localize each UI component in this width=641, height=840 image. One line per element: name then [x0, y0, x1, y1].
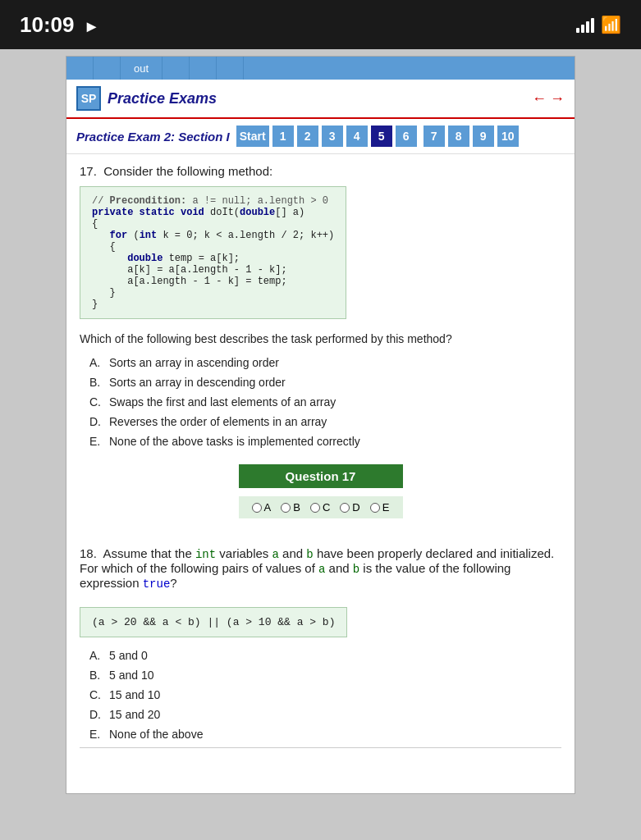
- code-line-8: a[a.length - 1 - k] = temp;: [92, 276, 334, 287]
- q17-radio-b[interactable]: B: [281, 501, 300, 514]
- nav-btn-3[interactable]: 3: [322, 126, 343, 147]
- nav-btn-start[interactable]: Start: [236, 126, 269, 147]
- q17-radio-row: A B C D E: [239, 496, 403, 518]
- question-17-area: 17. Consider the following method: // Pr…: [66, 154, 575, 536]
- code-line-4: for (int k = 0; k < a.length / 2; k++): [92, 230, 334, 241]
- code-line-10: }: [92, 299, 334, 310]
- code-line-2: private static void doIt(double[] a): [92, 207, 334, 218]
- nav-btn-1[interactable]: 1: [272, 126, 294, 147]
- wifi-icon: 📶: [601, 15, 621, 34]
- location-icon: ►: [84, 17, 100, 35]
- signal-icon: [576, 16, 594, 33]
- time-display: 10:09: [20, 12, 75, 37]
- q17-option-a: A. Sorts an array in ascending order: [80, 356, 561, 369]
- nav-btn-4[interactable]: 4: [346, 126, 368, 147]
- q17-option-d: D. Reverses the order of elements in an …: [80, 415, 561, 428]
- code-line-1: // Precondition: a != null; a.length > 0: [92, 195, 334, 207]
- q17-question-text: Which of the following best describes th…: [80, 331, 561, 348]
- sp-logo: SP: [76, 86, 101, 111]
- q18-option-a: A. 5 and 0: [80, 649, 561, 662]
- app-header: SP Practice Exams ← →: [66, 80, 575, 119]
- q17-prompt: 17. Consider the following method:: [80, 164, 561, 178]
- status-bar: 10:09 ► 📶: [0, 0, 641, 49]
- q18-prompt: 18. Assume that the int variables a and …: [80, 546, 561, 591]
- bottom-divider: [80, 747, 561, 748]
- q17-radio-c[interactable]: C: [310, 501, 330, 514]
- code-line-7: a[k] = a[a.length - 1 - k];: [92, 264, 334, 276]
- nav-btn-5[interactable]: 5: [371, 126, 392, 147]
- nav-btn-8[interactable]: 8: [448, 126, 469, 147]
- status-icons: 📶: [576, 15, 621, 34]
- q18-option-e: E. None of the above: [80, 728, 561, 741]
- section-nav: Practice Exam 2: Section I Start 1 2 3 4…: [66, 119, 575, 154]
- q17-code-block: // Precondition: a != null; a.length > 0…: [80, 186, 346, 319]
- header-title: Practice Exams: [108, 90, 217, 107]
- header-left: SP Practice Exams: [76, 86, 217, 111]
- header-arrows: ← →: [532, 90, 565, 107]
- nav-btn-9[interactable]: 9: [473, 126, 494, 147]
- section-title: Practice Exam 2: Section I: [76, 130, 230, 144]
- q17-answer-box: Question 17: [239, 464, 403, 488]
- nav-btn-10[interactable]: 10: [497, 126, 519, 147]
- q17-radio-a[interactable]: A: [252, 501, 272, 514]
- q17-option-c: C. Swaps the first and last elements of …: [80, 395, 561, 409]
- nav-btn-6[interactable]: 6: [396, 126, 417, 147]
- code-line-9: }: [92, 287, 334, 299]
- nav-tab-6[interactable]: [217, 57, 244, 80]
- status-time: 10:09 ►: [20, 12, 100, 38]
- q17-radio-e[interactable]: E: [370, 501, 390, 514]
- nav-tab-4[interactable]: [163, 57, 190, 80]
- q18-expression-block: (a > 20 && a < b) || (a > 10 && a > b): [80, 607, 347, 637]
- question-18-area: 18. Assume that the int variables a and …: [66, 536, 575, 748]
- q18-option-c: C. 15 and 10: [80, 688, 561, 701]
- main-card: out SP Practice Exams ← → Practice: [66, 56, 575, 794]
- q17-option-e: E. None of the above tasks is implemente…: [80, 435, 561, 448]
- nav-tab-5[interactable]: [190, 57, 217, 80]
- q17-option-b: B. Sorts an array in descending order: [80, 376, 561, 389]
- nav-tab-1[interactable]: [66, 57, 94, 80]
- q17-radio-d[interactable]: D: [340, 501, 359, 514]
- q18-option-d: D. 15 and 20: [80, 708, 561, 721]
- q18-option-b: B. 5 and 10: [80, 669, 561, 682]
- content-wrapper: out SP Practice Exams ← → Practice: [0, 49, 641, 840]
- code-line-6: double temp = a[k];: [92, 253, 334, 264]
- top-nav: out: [66, 57, 575, 80]
- nav-tab-out[interactable]: out: [121, 57, 163, 80]
- next-arrow-btn[interactable]: →: [550, 90, 565, 107]
- code-line-3: {: [92, 218, 334, 230]
- nav-btn-7[interactable]: 7: [424, 126, 445, 147]
- code-line-5: {: [92, 241, 334, 253]
- nav-tab-2[interactable]: [94, 57, 121, 80]
- prev-arrow-btn[interactable]: ←: [532, 90, 547, 107]
- nav-btn-2[interactable]: 2: [297, 126, 318, 147]
